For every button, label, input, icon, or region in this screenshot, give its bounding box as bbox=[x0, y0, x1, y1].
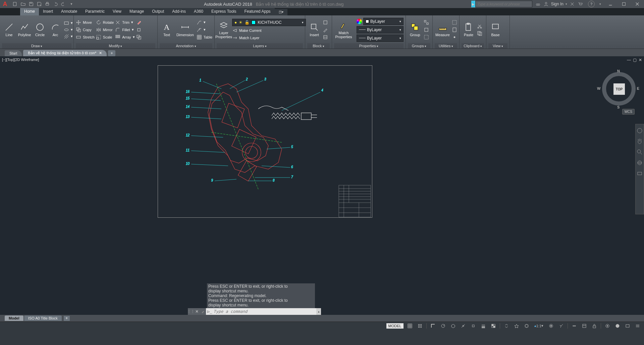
layer-properties-button[interactable]: Layer Properties bbox=[217, 20, 231, 40]
tab-launcher-icon[interactable]: ◳▾ bbox=[275, 9, 287, 15]
annotation-scale[interactable]: ▴1:1▾ bbox=[533, 323, 545, 329]
polyline-button[interactable]: Polyline bbox=[17, 22, 32, 38]
edit-attr-icon[interactable] bbox=[323, 34, 328, 40]
move-button[interactable]: Move bbox=[76, 19, 95, 25]
showmotion-icon[interactable] bbox=[637, 170, 643, 177]
saveas-icon[interactable] bbox=[36, 1, 42, 7]
cut-icon[interactable] bbox=[477, 23, 482, 29]
view-cube[interactable]: TOP N E S W bbox=[600, 70, 637, 107]
hatch-icon[interactable]: ▾ bbox=[64, 33, 73, 40]
vp-maximize-icon[interactable]: ▢ bbox=[633, 58, 637, 62]
status-model-button[interactable]: MODEL bbox=[386, 323, 404, 329]
search-box[interactable] bbox=[475, 1, 532, 7]
ortho-icon[interactable] bbox=[429, 323, 437, 329]
lineweight-icon[interactable] bbox=[480, 323, 487, 329]
cmd-drag-handle-icon[interactable]: ⋮⋮ bbox=[188, 308, 194, 315]
vp-minimize-icon[interactable]: — bbox=[627, 58, 631, 62]
cmd-expand-icon[interactable]: ▴ bbox=[316, 308, 321, 315]
file-tab-active[interactable]: Bản vẽ hệ thống lái điện tử trên ô tô co… bbox=[23, 50, 107, 56]
hardware-accel-icon[interactable] bbox=[614, 323, 621, 329]
ungroup-icon[interactable] bbox=[424, 19, 429, 25]
point-icon[interactable] bbox=[452, 34, 457, 40]
search-arrow-icon[interactable]: ▶ bbox=[471, 1, 475, 7]
exchange-icon[interactable] bbox=[569, 1, 575, 7]
copy-clip-icon[interactable] bbox=[477, 30, 482, 37]
explode-icon[interactable] bbox=[136, 27, 142, 33]
create-block-icon[interactable] bbox=[323, 19, 328, 25]
quick-properties-icon[interactable] bbox=[581, 323, 588, 329]
sign-in-link[interactable]: Sign In bbox=[551, 2, 564, 6]
full-nav-wheel-icon[interactable] bbox=[637, 128, 643, 134]
new-icon[interactable] bbox=[12, 1, 18, 7]
command-input-wrap[interactable]: ▷_ bbox=[206, 308, 316, 315]
panel-label-view[interactable]: View bbox=[488, 43, 507, 49]
pan-icon[interactable] bbox=[637, 138, 643, 144]
tab-a360[interactable]: A360 bbox=[190, 8, 207, 15]
signin-dropdown-icon[interactable]: ▾ bbox=[566, 2, 567, 6]
clean-screen-icon[interactable] bbox=[624, 323, 631, 329]
user-icon[interactable] bbox=[543, 1, 549, 7]
layout-tab-iso[interactable]: ISO A0 Title Block bbox=[24, 316, 62, 321]
autoscale-icon[interactable] bbox=[523, 323, 530, 329]
select-icon[interactable] bbox=[452, 19, 457, 25]
file-tab-close-icon[interactable]: ✕ bbox=[99, 51, 102, 55]
ellipse-icon[interactable]: ▾ bbox=[64, 27, 73, 33]
layout-tab-model[interactable]: Model bbox=[5, 316, 23, 321]
grid-display-icon[interactable] bbox=[406, 323, 414, 329]
polar-icon[interactable] bbox=[439, 323, 447, 329]
edit-block-icon[interactable] bbox=[323, 27, 328, 33]
rectangle-icon[interactable]: ▾ bbox=[64, 20, 73, 26]
erase-icon[interactable] bbox=[136, 19, 142, 25]
layer-dropdown[interactable]: ● ☀ 🔓 KICHTHUOC ▾ bbox=[232, 19, 306, 26]
array-button[interactable]: Array ▾ bbox=[115, 34, 135, 40]
mirror-button[interactable]: Mirror bbox=[96, 27, 114, 33]
dimension-button[interactable]: Dimension bbox=[175, 22, 195, 38]
tab-parametric[interactable]: Parametric bbox=[81, 8, 109, 15]
rotate-button[interactable]: Rotate bbox=[96, 19, 114, 25]
undo-icon[interactable] bbox=[52, 1, 58, 7]
units-icon[interactable] bbox=[571, 323, 578, 329]
fillet-button[interactable]: Fillet ▾ bbox=[115, 27, 135, 33]
scale-button[interactable]: Scale bbox=[96, 34, 114, 40]
open-icon[interactable] bbox=[20, 1, 26, 7]
group-edit-icon[interactable] bbox=[424, 27, 429, 33]
base-button[interactable]: Base bbox=[488, 22, 502, 38]
linetype-dropdown[interactable]: ByLayer▾ bbox=[357, 34, 404, 42]
panel-label-clipboard[interactable]: Clipboard bbox=[462, 43, 484, 49]
match-layer-button[interactable]: Match Layer bbox=[232, 35, 306, 41]
match-properties-button[interactable]: Match Properties bbox=[334, 20, 353, 40]
drawing-canvas[interactable]: 1 2 3 4 5 6 7 8 9 10 11 12 13 14 15 16 bbox=[0, 64, 644, 315]
make-current-button[interactable]: Make Current bbox=[232, 27, 306, 33]
leader2-icon[interactable]: ▾ bbox=[197, 27, 212, 33]
qat-dropdown-icon[interactable]: ▼ bbox=[68, 1, 74, 7]
binoculars-icon[interactable] bbox=[535, 1, 541, 7]
close-button[interactable] bbox=[631, 0, 644, 8]
tab-insert[interactable]: Insert bbox=[39, 8, 57, 15]
panel-label-annotation[interactable]: Annotation bbox=[160, 43, 212, 49]
osnap-icon[interactable] bbox=[470, 323, 477, 329]
save-icon[interactable] bbox=[28, 1, 34, 7]
tab-view[interactable]: View bbox=[109, 8, 125, 15]
minimize-button[interactable] bbox=[604, 0, 617, 8]
panel-label-draw[interactable]: Draw bbox=[2, 43, 71, 49]
text-button[interactable]: AText bbox=[160, 22, 174, 38]
workspace-switching-icon[interactable] bbox=[547, 323, 555, 329]
command-input[interactable] bbox=[213, 309, 315, 314]
vp-close-icon[interactable]: ✕ bbox=[639, 58, 642, 62]
isolate-objects-icon[interactable] bbox=[604, 323, 611, 329]
tab-annotate[interactable]: Annotate bbox=[57, 8, 81, 15]
offset-icon[interactable] bbox=[136, 34, 142, 40]
circle-button[interactable]: Circle bbox=[33, 22, 47, 38]
panel-label-block[interactable]: Block bbox=[307, 43, 330, 49]
file-tab-new[interactable]: + bbox=[108, 50, 115, 56]
print-icon[interactable] bbox=[44, 1, 50, 7]
copy-button[interactable]: Copy bbox=[76, 27, 95, 33]
leader-icon[interactable]: ▾ bbox=[197, 19, 212, 25]
tab-addins[interactable]: Add-ins bbox=[168, 8, 190, 15]
viewport-controls[interactable]: [−][Top][2D Wireframe] bbox=[2, 58, 39, 62]
cart-icon[interactable] bbox=[577, 1, 583, 7]
stretch-button[interactable]: Stretch bbox=[76, 34, 95, 40]
search-input[interactable] bbox=[478, 2, 530, 6]
calc-icon[interactable] bbox=[452, 27, 457, 33]
annotation-monitor-icon[interactable] bbox=[557, 323, 565, 329]
